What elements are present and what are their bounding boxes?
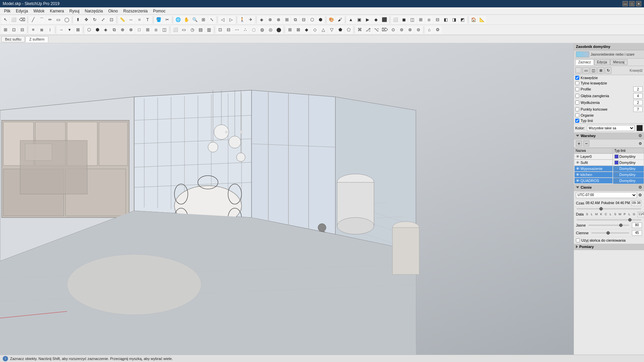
toolbar-btn-r1[interactable]: ⬜ — [391, 16, 399, 24]
view-front[interactable]: ▣ — [355, 16, 363, 24]
jasne-slider-track[interactable] — [588, 225, 629, 226]
date-input[interactable] — [637, 212, 644, 217]
cienie-settings-icon[interactable]: ⚙ — [638, 185, 642, 190]
menu-rysuj[interactable]: Rysuj — [67, 8, 82, 14]
toolbar-btn-extra8[interactable]: ⬢ — [316, 16, 324, 24]
tb2-btn45[interactable]: ⊚ — [397, 26, 406, 34]
tb2-btn24[interactable]: ⊡ — [216, 26, 224, 34]
tb2-btn8[interactable]: ⊠ — [74, 26, 82, 34]
tb2-btn39[interactable]: ⬠ — [344, 26, 353, 34]
jasne-slider-thumb[interactable] — [619, 224, 623, 227]
tb2-btn28[interactable]: ◌ — [250, 26, 258, 34]
toolbar-btn-extra4[interactable]: ⊞ — [283, 16, 291, 24]
krawedzie-checkbox[interactable] — [575, 76, 579, 80]
circle-tool[interactable]: ◯ — [63, 16, 71, 24]
layer-vis-icon[interactable]: 👁 — [576, 179, 580, 183]
toolbar-btn-r6[interactable]: ⊟ — [433, 16, 441, 24]
tb2-btn46[interactable]: ⊛ — [406, 26, 414, 34]
profile-value[interactable] — [633, 86, 643, 92]
menu-plik[interactable]: Plik — [1, 8, 13, 14]
tb2-btn10[interactable]: ⬢ — [93, 26, 101, 34]
tb2-btn38[interactable]: ⬟ — [336, 26, 344, 34]
tb2-btn40[interactable]: ⌘ — [356, 26, 364, 34]
tb2-btn11[interactable]: ◈ — [102, 26, 110, 34]
toolbar-btn-end2[interactable]: 📐 — [478, 16, 486, 24]
tape-measure[interactable]: 📏 — [118, 16, 126, 24]
tb2-btn7[interactable]: → — [57, 26, 65, 34]
panel-icon-1[interactable]: ⬜ — [575, 67, 582, 74]
warstwy-collapse-icon[interactable] — [576, 135, 579, 137]
arc-tool[interactable]: ⌒ — [38, 16, 46, 24]
time-slider-track[interactable] — [577, 208, 641, 209]
tb2-btn17[interactable]: ⧈ — [152, 26, 160, 34]
maximize-button[interactable]: □ — [629, 1, 635, 6]
tb2-btn30[interactable]: ◎ — [266, 26, 274, 34]
tb2-btn36[interactable]: △ — [319, 26, 327, 34]
protractor-tool[interactable]: ⌗ — [135, 16, 143, 24]
panel-icon-3[interactable]: ◫ — [590, 67, 597, 74]
dimension-tool[interactable]: ↔ — [127, 16, 135, 24]
tylne-krawedzie-checkbox[interactable] — [575, 81, 579, 85]
tb2-btn15[interactable]: □ — [135, 26, 143, 34]
orbit-tool[interactable]: 🌐 — [174, 16, 182, 24]
table-row[interactable]: 👁 Sufit Domyślny — [574, 160, 644, 166]
layer-color-box[interactable] — [614, 161, 619, 165]
tb2-btn14[interactable]: ⊗ — [127, 26, 135, 34]
table-row[interactable]: 👁 kitchen Domyślny — [574, 172, 644, 178]
toolbar-btn-r7[interactable]: ◧ — [442, 16, 450, 24]
next-view[interactable]: ▷ — [227, 16, 235, 24]
menu-okno[interactable]: Okno — [106, 8, 121, 14]
style-tab-edycja[interactable]: Edycja — [594, 59, 610, 65]
layer-add-button[interactable]: + — [576, 140, 582, 146]
component-tool[interactable]: ⬜ — [10, 16, 18, 24]
time-input[interactable] — [631, 200, 641, 206]
ciemne-slider-thumb[interactable] — [606, 231, 610, 235]
tb2-btn23[interactable]: ▥ — [205, 26, 213, 34]
date-slider-thumb[interactable] — [628, 218, 632, 222]
tb2-btn27[interactable]: ∴ — [241, 26, 249, 34]
scale-tool[interactable]: ⤢ — [99, 16, 107, 24]
toolbar-btn-r4[interactable]: ⊞ — [417, 16, 425, 24]
jasne-value[interactable] — [632, 223, 642, 228]
layer-color-box[interactable] — [614, 173, 619, 177]
menu-edycja[interactable]: Edycja — [13, 8, 31, 14]
tb2-btn29[interactable]: ◍ — [258, 26, 266, 34]
tb2-btn9[interactable]: ⬡ — [85, 26, 93, 34]
rectangle-tool[interactable]: ▭ — [54, 16, 62, 24]
ciemne-value[interactable] — [632, 230, 642, 236]
menu-pomoc[interactable]: Pomoc — [150, 8, 168, 14]
toolbar-btn-r5[interactable]: ⧈ — [425, 16, 433, 24]
typ-linii-checkbox[interactable] — [575, 119, 579, 123]
layer-color-box[interactable] — [614, 179, 619, 183]
freehand-tool[interactable]: ✏ — [46, 16, 54, 24]
paint-bucket[interactable]: 🪣 — [155, 16, 163, 24]
tb2-btn4[interactable]: ≡ — [29, 26, 37, 34]
layer-vis-icon[interactable]: 👁 — [576, 155, 580, 159]
tb2-btn20[interactable]: ▭ — [180, 26, 188, 34]
toolbar-btn-r3[interactable]: ◫ — [408, 16, 416, 24]
pomiary-expand-icon[interactable] — [576, 245, 578, 248]
cienie-btn[interactable]: ⚙ — [638, 193, 642, 197]
toolbar-btn-extra7[interactable]: ⬡ — [308, 16, 316, 24]
kolor-dropdown[interactable]: Wszystkie takie sa — [587, 125, 635, 131]
zoom-window[interactable]: ⊞ — [199, 16, 207, 24]
tb2-btn43[interactable]: ⌦ — [381, 26, 389, 34]
style-tab-zaznacz[interactable]: Zaznacz — [575, 59, 594, 65]
sky-preview-swatch[interactable] — [576, 51, 589, 57]
tb2-btn1[interactable]: ⊞ — [1, 26, 9, 34]
panel-icon-4[interactable]: ⊞ — [597, 67, 604, 74]
tb2-btn31[interactable]: ⬤ — [275, 26, 283, 34]
eraser-tool[interactable]: ⌫ — [18, 16, 26, 24]
tb2-btn6[interactable]: ⫶ — [46, 26, 54, 34]
section-plane[interactable]: ✂ — [163, 16, 171, 24]
tb2-arrow[interactable]: ▾ — [65, 26, 73, 34]
toolbar-btn-style2[interactable]: 🖌 — [336, 16, 344, 24]
table-row[interactable]: 👁 Wyposażenie Domyślny — [574, 166, 644, 172]
menu-widok[interactable]: Widok — [31, 8, 47, 14]
panel-icon-2[interactable]: ▭ — [583, 67, 589, 74]
tb2-btn25[interactable]: ⊟ — [224, 26, 232, 34]
style-tab-mieszaj[interactable]: Mieszaj — [610, 59, 628, 65]
profile-checkbox[interactable] — [575, 87, 579, 91]
mode-z-sufitem[interactable]: Z sufitem — [25, 36, 48, 42]
wydluzenia-checkbox[interactable] — [575, 101, 579, 105]
